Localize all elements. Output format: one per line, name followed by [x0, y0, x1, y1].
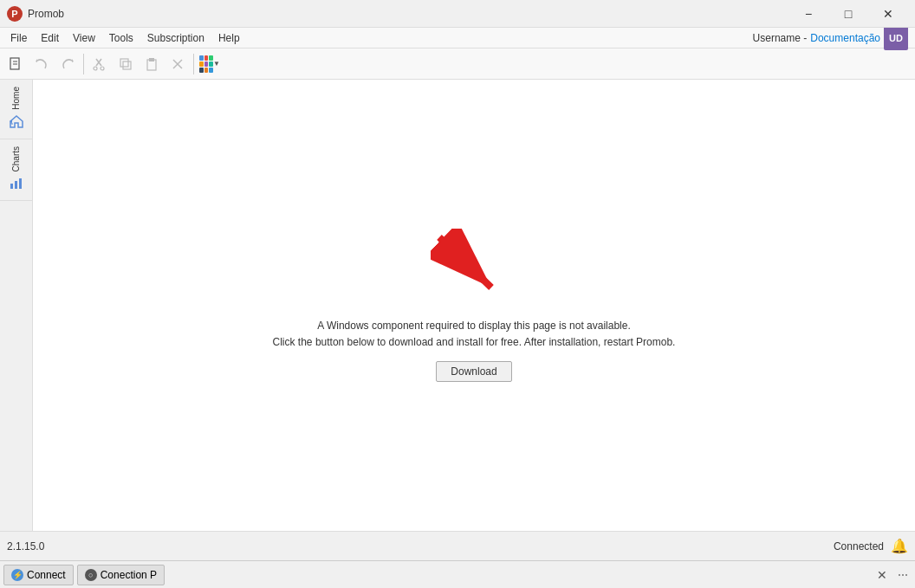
close-button[interactable]: ✕	[868, 0, 908, 28]
bottom-resize-icon: ⋯	[894, 565, 912, 585]
title-bar: P Promob − □ ✕	[0, 0, 915, 28]
error-line2: Click the button below to download and i…	[273, 336, 676, 348]
color-picker-button[interactable]: ▼	[198, 52, 222, 76]
svg-point-7	[94, 67, 97, 70]
menu-help[interactable]: Help	[211, 28, 247, 48]
toolbar-separator-2	[193, 54, 194, 74]
paste-button[interactable]	[140, 52, 164, 76]
left-sidebar: Home Charts	[0, 80, 33, 531]
menu-tools[interactable]: Tools	[102, 28, 140, 48]
delete-button[interactable]	[165, 52, 190, 76]
user-area: Username - Documentação UD	[753, 26, 912, 50]
window-controls: − □ ✕	[788, 0, 908, 28]
status-bar: 2.1.15.0 Connected 🔔	[0, 531, 915, 560]
red-arrow-container	[431, 229, 517, 309]
notification-bell-icon[interactable]: 🔔	[891, 538, 908, 554]
menu-edit[interactable]: Edit	[34, 28, 66, 48]
connection-label: Conection P	[101, 569, 157, 581]
toolbar: ▼	[0, 48, 915, 80]
redo-button[interactable]	[55, 52, 80, 76]
sidebar-home-label: Home	[11, 87, 21, 110]
menu-view[interactable]: View	[66, 28, 102, 48]
menu-file[interactable]: File	[3, 28, 34, 48]
new-button[interactable]	[3, 52, 28, 76]
connection-p-taskbar-item[interactable]: ○ Conection P	[77, 565, 165, 585]
paste-icon	[145, 57, 159, 71]
undo-button[interactable]	[29, 52, 54, 76]
svg-rect-16	[15, 181, 17, 189]
content-area: A Windows component required to display …	[33, 80, 915, 531]
undo-icon	[35, 57, 49, 71]
sidebar-tab-charts[interactable]: Charts	[0, 139, 32, 201]
cut-button[interactable]	[88, 52, 112, 76]
maximize-button[interactable]: □	[828, 0, 868, 28]
connect-taskbar-item[interactable]: ⚡ Connect	[3, 565, 74, 585]
connection-icon: ○	[85, 569, 97, 581]
delete-icon	[171, 57, 185, 71]
svg-rect-10	[120, 59, 128, 67]
color-grid	[199, 55, 213, 73]
color-picker-dropdown-icon: ▼	[213, 60, 220, 68]
charts-icon	[9, 175, 24, 193]
red-arrow-icon	[431, 229, 517, 307]
copy-button[interactable]	[114, 52, 138, 76]
svg-point-8	[101, 67, 104, 70]
menu-subscription[interactable]: Subscription	[140, 28, 211, 48]
doc-link[interactable]: Documentação	[810, 32, 880, 44]
cut-icon	[93, 57, 107, 71]
connected-label: Connected	[834, 540, 884, 552]
version-label: 2.1.15.0	[7, 540, 834, 552]
main-layout: Home Charts	[0, 80, 915, 531]
user-avatar[interactable]: UD	[884, 26, 908, 50]
app-title: Promob	[28, 8, 788, 20]
sidebar-charts-label: Charts	[11, 146, 21, 171]
svg-rect-9	[123, 61, 131, 69]
connect-icon: ⚡	[11, 569, 23, 581]
svg-rect-15	[10, 184, 13, 189]
bottom-close-icon[interactable]: ✕	[873, 565, 891, 585]
svg-line-19	[439, 237, 491, 288]
copy-icon	[119, 57, 133, 71]
bottom-taskbar: ⚡ Connect ○ Conection P ✕ ⋯	[0, 560, 915, 588]
user-text: Username -	[753, 32, 808, 44]
app-logo-icon: P	[7, 6, 23, 22]
sidebar-tab-home[interactable]: Home	[0, 80, 32, 139]
svg-text:P: P	[11, 9, 17, 19]
home-icon	[9, 113, 24, 132]
svg-rect-12	[149, 58, 154, 61]
error-line1: A Windows component required to display …	[317, 320, 631, 332]
svg-rect-17	[19, 178, 22, 189]
minimize-button[interactable]: −	[788, 0, 828, 28]
new-icon	[8, 56, 23, 72]
toolbar-separator-1	[83, 54, 84, 74]
error-message: A Windows component required to display …	[273, 318, 676, 351]
download-button[interactable]: Download	[436, 361, 511, 382]
redo-icon	[61, 57, 75, 71]
menu-bar: File Edit View Tools Subscription Help U…	[0, 28, 915, 48]
connect-label: Connect	[27, 569, 66, 581]
